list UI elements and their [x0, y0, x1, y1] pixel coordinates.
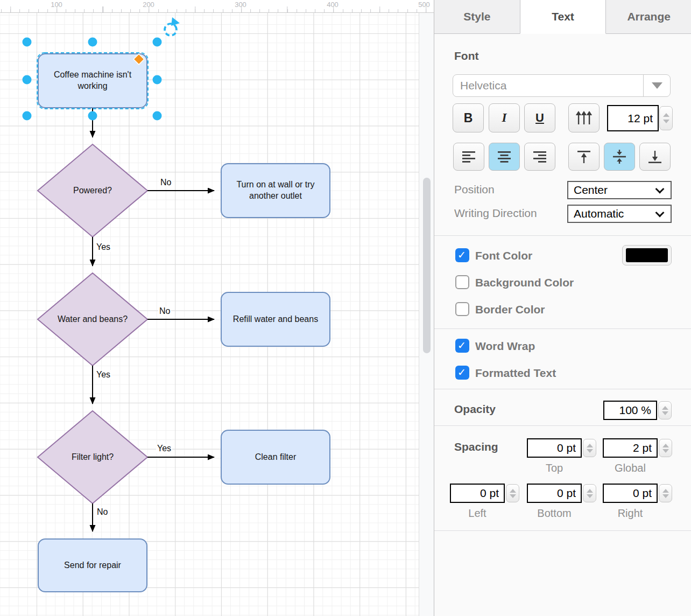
- section-divider: [434, 328, 691, 329]
- chevron-down-icon: [655, 208, 665, 217]
- chevron-down-icon: [655, 184, 665, 193]
- stepper-up-icon[interactable]: [510, 489, 516, 493]
- font-size-stepper[interactable]: [659, 106, 673, 130]
- bold-icon: B: [464, 111, 473, 125]
- edge-label-powered-yes[interactable]: Yes: [95, 242, 111, 252]
- spacing-bottom-label: Bottom: [527, 507, 582, 520]
- align-center-button[interactable]: [489, 143, 520, 171]
- writing-direction-value: Automatic: [568, 207, 657, 220]
- writing-direction-select[interactable]: Automatic: [567, 205, 672, 223]
- stepper-up-icon[interactable]: [663, 113, 669, 117]
- align-right-button[interactable]: [524, 143, 555, 171]
- edge-label-filter-yes[interactable]: Yes: [156, 444, 172, 453]
- italic-icon: I: [502, 111, 507, 125]
- ruler-mark: 300: [235, 1, 246, 9]
- spacing-bottom-stepper[interactable]: [583, 484, 596, 502]
- border-color-label: Border Color: [475, 303, 545, 316]
- edge-label-water-yes[interactable]: Yes: [95, 370, 111, 380]
- format-tabs: Style Text Arrange: [434, 0, 691, 34]
- edge-label-powered-no[interactable]: No: [159, 178, 172, 187]
- ruler-medium-ticks: [0, 6, 434, 12]
- valign-top-icon: [577, 150, 591, 164]
- align-left-button[interactable]: [453, 143, 484, 171]
- section-divider: [434, 425, 691, 426]
- valign-middle-icon: [612, 150, 626, 164]
- position-select[interactable]: Center: [567, 181, 672, 199]
- spacing-section-heading: Spacing: [454, 440, 498, 453]
- ruler-mark: 500: [418, 1, 430, 9]
- tab-style[interactable]: Style: [434, 0, 520, 34]
- valign-top-button[interactable]: [568, 143, 600, 171]
- node-send-for-repair[interactable]: Send for repair: [38, 538, 147, 592]
- font-color-label: Font Color: [475, 249, 532, 262]
- stepper-down-icon[interactable]: [662, 411, 668, 415]
- align-center-icon: [498, 151, 511, 163]
- spacing-left-stepper[interactable]: [506, 484, 519, 502]
- font-family-value: Helvetica: [453, 79, 643, 92]
- font-color-checkbox[interactable]: [455, 248, 469, 262]
- stepper-down-icon[interactable]: [587, 449, 593, 453]
- stepper-down-icon[interactable]: [510, 494, 516, 498]
- word-wrap-checkbox[interactable]: [455, 339, 469, 353]
- stepper-down-icon[interactable]: [663, 120, 669, 123]
- underline-icon: U: [535, 111, 544, 125]
- section-divider: [434, 530, 691, 531]
- stepper-up-icon[interactable]: [662, 406, 668, 410]
- background-color-label: Background Color: [475, 276, 574, 289]
- section-divider: [434, 389, 691, 389]
- stepper-down-icon[interactable]: [662, 449, 669, 453]
- font-color-swatch-button[interactable]: [622, 245, 672, 265]
- node-refill-water-beans[interactable]: Refill water and beans: [221, 292, 330, 347]
- node-coffee-machine[interactable]: Coffee machine isn't working: [38, 53, 147, 108]
- italic-button[interactable]: I: [489, 103, 520, 132]
- opacity-stepper[interactable]: [658, 401, 672, 419]
- spacing-right-stepper[interactable]: [659, 484, 672, 502]
- font-family-dropdown-icon[interactable]: [643, 75, 670, 96]
- font-section-heading: Font: [454, 50, 478, 62]
- section-divider: [434, 235, 691, 236]
- spacing-top-label: Top: [527, 462, 582, 474]
- ruler-mark: 200: [143, 1, 154, 9]
- canvas-area[interactable]: 100 200 300 400 500 Coffee machine isn't…: [0, 0, 434, 616]
- underline-button[interactable]: U: [524, 103, 555, 132]
- opacity-input[interactable]: [603, 401, 657, 420]
- stepper-up-icon[interactable]: [662, 444, 669, 447]
- stepper-down-icon[interactable]: [587, 494, 593, 498]
- spacing-top-input[interactable]: [527, 438, 582, 458]
- spacing-top-stepper[interactable]: [583, 439, 596, 457]
- horizontal-ruler: 100 200 300 400 500: [0, 0, 434, 13]
- border-color-checkbox[interactable]: [455, 302, 469, 316]
- stepper-up-icon[interactable]: [662, 489, 669, 493]
- font-family-select[interactable]: Helvetica: [453, 74, 671, 97]
- node-turn-on-at-wall[interactable]: Turn on at wall or try another outlet: [221, 163, 330, 218]
- tab-text[interactable]: Text: [520, 0, 607, 34]
- stepper-down-icon[interactable]: [662, 494, 669, 498]
- valign-bottom-button[interactable]: [639, 143, 671, 171]
- ruler-mark: 400: [327, 1, 339, 9]
- formatted-text-checkbox[interactable]: [455, 366, 469, 380]
- spacing-bottom-input[interactable]: [527, 484, 582, 503]
- drawio-editor: 100 200 300 400 500 Coffee machine isn't…: [0, 0, 691, 616]
- edge-label-water-no[interactable]: No: [158, 306, 171, 316]
- spacing-global-input[interactable]: [603, 438, 658, 458]
- tab-arrange[interactable]: Arrange: [606, 0, 691, 34]
- stepper-up-icon[interactable]: [587, 444, 593, 447]
- vertical-text-button[interactable]: [568, 103, 600, 132]
- spacing-right-input[interactable]: [603, 484, 658, 503]
- spacing-left-input[interactable]: [450, 484, 505, 503]
- spacing-global-stepper[interactable]: [659, 439, 672, 457]
- align-right-icon: [533, 151, 547, 163]
- diagram-canvas[interactable]: Coffee machine isn't working Turn on at …: [0, 13, 434, 616]
- format-panel: Style Text Arrange Font Helvetica B I U: [434, 0, 691, 616]
- valign-middle-button[interactable]: [604, 143, 635, 171]
- background-color-checkbox[interactable]: [455, 275, 469, 289]
- bold-button[interactable]: B: [453, 103, 484, 132]
- edge-label-filter-no[interactable]: No: [96, 507, 109, 517]
- node-clean-filter[interactable]: Clean filter: [221, 430, 330, 485]
- font-color-swatch: [626, 248, 668, 262]
- stepper-up-icon[interactable]: [587, 489, 593, 493]
- opacity-label: Opacity: [454, 403, 496, 416]
- font-size-input[interactable]: [607, 105, 659, 131]
- vertical-scrollbar-thumb[interactable]: [423, 178, 431, 353]
- writing-direction-label: Writing Direction: [454, 207, 537, 220]
